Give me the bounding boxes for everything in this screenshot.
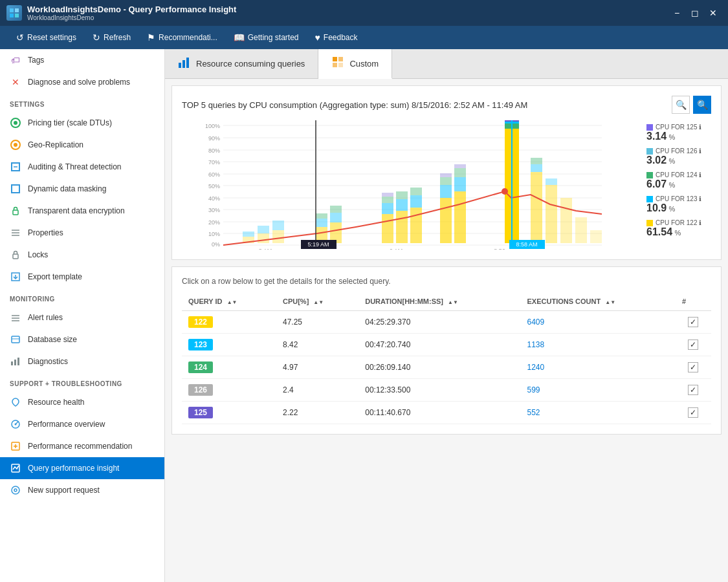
sidebar-item-database-label: Database size (28, 335, 77, 344)
svg-rect-90 (454, 191, 466, 243)
zoom-in-button[interactable]: 🔍 (693, 96, 711, 114)
geo-icon (10, 139, 21, 151)
row-checkbox[interactable]: ✓ (688, 362, 698, 372)
row-checkbox[interactable]: ✓ (688, 339, 698, 350)
sort-duration[interactable]: ▲▼ (448, 300, 458, 305)
legend-item-123: CPU FOR 123 ℹ 10.9 % (646, 195, 711, 214)
svg-point-106 (502, 188, 508, 195)
sidebar-item-diagnostics[interactable]: Diagnostics (0, 350, 164, 372)
masking-icon (10, 183, 21, 195)
table-row[interactable]: 126 2.4 00:12:33.500 599 ✓ (182, 379, 711, 402)
svg-rect-74 (330, 213, 342, 222)
table-row[interactable]: 122 47.25 04:25:29.370 6409 ✓ (182, 311, 711, 334)
chart-zoom-buttons: 🔍 🔍 (672, 96, 711, 114)
feedback-button[interactable]: ♥ Feedback (309, 30, 364, 45)
sort-executions[interactable]: ▲▼ (605, 300, 615, 305)
legend-label-123: CPU FOR 123 ℹ (656, 195, 701, 202)
table-row[interactable]: 125 2.22 00:11:40.670 552 ✓ (182, 402, 711, 424)
legend-label-124: CPU FOR 124 ℹ (656, 171, 701, 178)
sidebar-item-query-performance[interactable]: Query performance insight (0, 457, 164, 479)
svg-text:100%: 100% (205, 123, 220, 129)
sidebar-item-performance-recommendation[interactable]: Performance recommendation (0, 435, 164, 457)
row-checkbox[interactable]: ✓ (688, 317, 698, 327)
sidebar-item-properties[interactable]: Properties (0, 222, 164, 244)
row-checkbox[interactable]: ✓ (688, 385, 698, 395)
sidebar-item-export-template[interactable]: Export template (0, 266, 164, 288)
database-icon (10, 334, 21, 345)
legend-color-126 (646, 148, 653, 155)
sidebar-item-new-support[interactable]: New support request (0, 479, 164, 501)
sort-query-id[interactable]: ▲▼ (227, 300, 237, 305)
cell-cpu: 2.22 (276, 402, 358, 424)
minimize-button[interactable]: − (668, 5, 685, 21)
cell-executions: 1240 (521, 356, 676, 379)
cell-query-id: 123 (182, 334, 276, 356)
svg-rect-91 (454, 177, 466, 191)
cell-query-id: 122 (182, 311, 276, 334)
table-row[interactable]: 123 8.42 00:47:20.740 1138 ✓ (182, 334, 711, 356)
sidebar-item-transparent-encryption[interactable]: Transparent data encryption (0, 200, 164, 222)
svg-rect-92 (454, 168, 466, 177)
close-button[interactable]: ✕ (705, 5, 722, 21)
title-bar: WorkloadInsightsDemo - Query Performance… (0, 0, 728, 26)
tags-icon: 🏷 (10, 54, 21, 66)
svg-rect-36 (182, 60, 185, 68)
cell-checkbox[interactable]: ✓ (676, 311, 711, 334)
svg-rect-101 (546, 185, 557, 243)
table-row[interactable]: 124 4.97 00:26:09.140 1240 ✓ (182, 356, 711, 379)
svg-text:8:58 AM: 8:58 AM (516, 241, 537, 248)
svg-rect-3 (15, 14, 19, 17)
cell-checkbox[interactable]: ✓ (676, 334, 711, 356)
recommendations-button[interactable]: ⚑ Recommendati... (140, 30, 224, 45)
cell-executions: 599 (521, 379, 676, 402)
cell-checkbox[interactable]: ✓ (676, 402, 711, 424)
query-table: QUERY ID ▲▼ CPU[%] ▲▼ DURATION[HH:MM:SS]… (182, 292, 711, 424)
reset-icon: ↺ (16, 32, 24, 43)
chart-title-text: TOP 5 queries by CPU consumption (Aggreg… (182, 100, 527, 110)
refresh-button[interactable]: ↻ Refresh (86, 30, 137, 45)
main-container: 🏷 Tags ✕ Diagnose and solve problems SET… (0, 49, 728, 582)
svg-rect-65 (243, 232, 254, 237)
sidebar-item-diagnose[interactable]: ✕ Diagnose and solve problems (0, 71, 164, 93)
tab-custom[interactable]: Custom (318, 49, 392, 79)
svg-rect-78 (382, 197, 393, 203)
tab-resource-consuming[interactable]: Resource consuming queries (165, 49, 318, 78)
sidebar-item-dynamic-masking[interactable]: Dynamic data masking (0, 178, 164, 200)
svg-point-5 (14, 121, 17, 125)
sidebar-item-alert-rules[interactable]: Alert rules (0, 307, 164, 329)
zoom-out-button[interactable]: 🔍 (672, 96, 690, 114)
restore-button[interactable]: ◻ (687, 5, 703, 21)
cell-duration: 00:47:20.740 (358, 334, 520, 356)
svg-text:10%: 10% (208, 231, 220, 237)
title-text: WorkloadInsightsDemo - Query Performance… (27, 5, 236, 21)
cell-checkbox[interactable]: ✓ (676, 356, 711, 379)
svg-text:60%: 60% (208, 171, 220, 178)
sidebar-item-resource-health[interactable]: Resource health (0, 391, 164, 413)
svg-rect-87 (440, 185, 452, 198)
sidebar-item-tags[interactable]: 🏷 Tags (0, 49, 164, 71)
sidebar-item-masking-label: Dynamic data masking (28, 184, 106, 193)
sidebar-item-performance-overview[interactable]: Performance overview (0, 413, 164, 435)
sort-cpu[interactable]: ▲▼ (313, 300, 324, 305)
cell-checkbox[interactable]: ✓ (676, 379, 711, 402)
toolbar: ↺ Reset settings ↻ Refresh ⚑ Recommendat… (0, 26, 728, 49)
chart-main: 100% 90% 80% 70% 60% 50% 40% 30% 20% 10%… (182, 120, 640, 250)
getting-started-button[interactable]: 📖 Getting started (227, 30, 305, 45)
svg-rect-40 (333, 63, 337, 67)
window-controls[interactable]: − ◻ ✕ (668, 5, 722, 21)
diagnostics-icon (10, 356, 21, 367)
svg-text:8:56: 8:56 (494, 248, 505, 250)
sidebar-item-auditing[interactable]: Auditing & Threat detection (0, 156, 164, 178)
svg-rect-88 (440, 177, 452, 185)
tabs-bar: Resource consuming queries Custom (165, 49, 728, 79)
sidebar-item-pricing-tier[interactable]: Pricing tier (scale DTUs) (0, 112, 164, 134)
sidebar-item-geo-replication[interactable]: Geo-Replication (0, 134, 164, 156)
legend-pct-126: % (668, 157, 675, 165)
getting-started-icon: 📖 (234, 32, 245, 43)
row-checkbox[interactable]: ✓ (688, 407, 698, 418)
reset-settings-button[interactable]: ↺ Reset settings (10, 30, 83, 45)
sidebar-item-database-size[interactable]: Database size (0, 329, 164, 350)
svg-rect-24 (14, 360, 16, 365)
sidebar-item-locks[interactable]: Locks (0, 244, 164, 266)
sidebar-item-resource-health-label: Resource health (28, 398, 84, 407)
